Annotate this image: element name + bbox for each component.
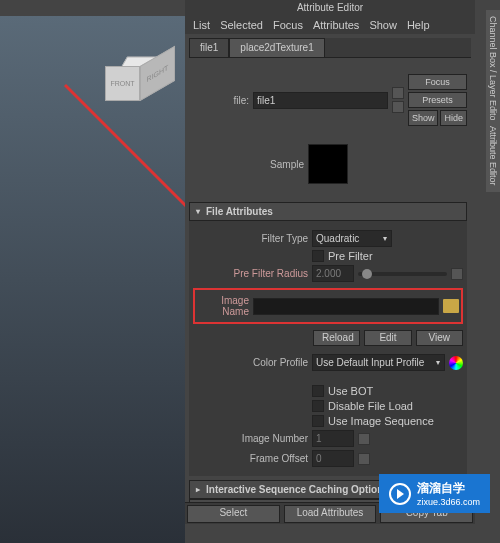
frame-offset-input[interactable] [312,450,354,467]
sample-label: Sample [189,159,304,170]
nav-fwd-icon[interactable] [392,101,404,113]
menu-list[interactable]: List [193,19,210,31]
reload-button[interactable]: Reload [313,330,360,346]
menu-selected[interactable]: Selected [220,19,263,31]
presets-button[interactable]: Presets [408,92,467,108]
watermark-brand: 溜溜自学 [417,480,480,497]
file-attributes-header[interactable]: File Attributes [189,202,467,221]
menubar: List Selected Focus Attributes Show Help [185,16,475,34]
cube-front[interactable]: FRONT [105,66,140,101]
sample-swatch[interactable] [308,144,348,184]
pre-filter-radius-slider[interactable] [358,272,447,276]
image-number-map-icon[interactable] [358,433,370,445]
watermark-url: zixue.3d66.com [417,497,480,507]
show-button[interactable]: Show [408,110,439,126]
edit-button[interactable]: Edit [364,330,411,346]
image-name-input[interactable] [253,298,439,315]
attribute-panel: file1 place2dTexture1 file: Focus Preset… [185,34,475,524]
use-bot-label: Use BOT [328,385,373,397]
content-scroll[interactable]: file: Focus Presets Show Hide Sample Fil… [185,62,475,502]
disable-file-load-label: Disable File Load [328,400,413,412]
filter-type-select[interactable]: Quadratic [312,230,392,247]
tab-place2dtexture[interactable]: place2dTexture1 [229,38,324,57]
pre-filter-radius-map-icon[interactable] [451,268,463,280]
browse-folder-icon[interactable] [443,299,459,313]
file-label: file: [189,95,249,106]
pre-filter-radius-label: Pre Filter Radius [193,268,308,279]
viewport-3d[interactable]: FRONT RIGHT [0,16,185,543]
color-profile-select[interactable]: Use Default Input Profile [312,354,445,371]
color-wheel-icon[interactable] [449,356,463,370]
use-bot-checkbox[interactable] [312,385,324,397]
frame-offset-map-icon[interactable] [358,453,370,465]
view-button[interactable]: View [416,330,463,346]
cube-right[interactable]: RIGHT [140,46,175,101]
use-image-sequence-checkbox[interactable] [312,415,324,427]
play-icon [389,483,411,505]
nav-back-icon[interactable] [392,87,404,99]
view-cube[interactable]: FRONT RIGHT [105,46,165,106]
side-tab-attribute-editor[interactable]: Attribute Editor [486,120,500,192]
menu-help[interactable]: Help [407,19,430,31]
node-tabs: file1 place2dTexture1 [189,38,471,58]
pre-filter-checkbox[interactable] [312,250,324,262]
pre-filter-radius-input[interactable] [312,265,354,282]
file-name-input[interactable] [253,92,388,109]
menu-show[interactable]: Show [369,19,397,31]
color-profile-label: Color Profile [193,357,308,368]
load-attributes-button[interactable]: Load Attributes [284,505,377,523]
section-file-attributes: File Attributes Filter Type Quadratic Pr… [189,202,467,476]
pre-filter-label: Pre Filter [328,250,373,262]
window-title: Attribute Editor [185,0,475,16]
disable-file-load-checkbox[interactable] [312,400,324,412]
frame-offset-label: Frame Offset [193,453,308,464]
image-number-label: Image Number [193,433,308,444]
filter-type-label: Filter Type [193,233,308,244]
watermark: 溜溜自学 zixue.3d66.com [379,474,490,513]
highlight-annotation: Image Name [193,288,463,324]
image-number-input[interactable] [312,430,354,447]
tab-file1[interactable]: file1 [189,38,229,57]
image-name-label: Image Name [197,295,249,317]
side-tab-channel-box[interactable]: Channel Box / Layer Editor [486,10,500,130]
focus-button[interactable]: Focus [408,74,467,90]
use-image-sequence-label: Use Image Sequence [328,415,434,427]
hide-button[interactable]: Hide [440,110,467,126]
select-button[interactable]: Select [187,505,280,523]
menu-focus[interactable]: Focus [273,19,303,31]
menu-attributes[interactable]: Attributes [313,19,359,31]
